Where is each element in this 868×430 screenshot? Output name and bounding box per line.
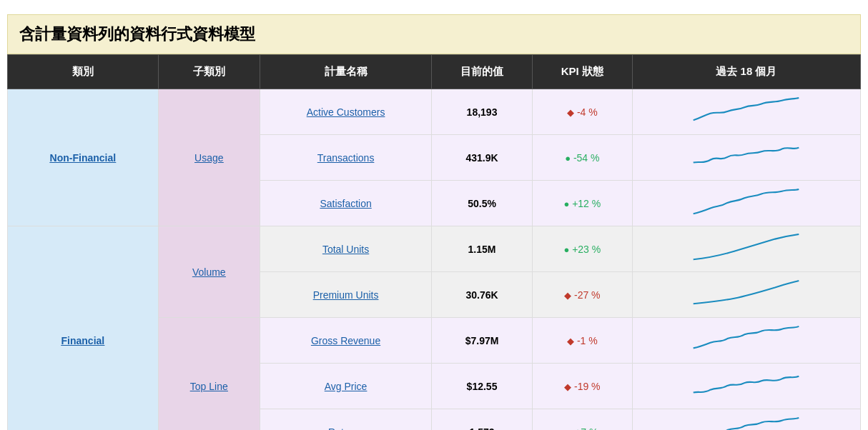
col-header-current-value: 目前的值 — [432, 55, 532, 89]
measure-cell: Avg Price — [260, 364, 431, 409]
current-value-cell: 1.15M — [432, 226, 532, 272]
sparkline-cell — [632, 135, 860, 181]
col-header-measure: 計量名稱 — [260, 55, 431, 89]
sparkline-cell — [632, 409, 860, 431]
current-value-cell: 30.76K — [432, 272, 532, 318]
col-header-category: 類別 — [8, 55, 159, 89]
subcategory-link[interactable]: Usage — [194, 152, 223, 164]
data-table: 類別 子類別 計量名稱 目前的值 KPI 狀態 過去 18 個月 Non-Fin… — [7, 54, 861, 430]
subcategory-link[interactable]: Top Line — [190, 381, 228, 392]
current-value-cell: $12.55 — [432, 364, 532, 409]
measure-link[interactable]: Satisfaction — [320, 198, 371, 209]
subcategory-cell-top-line[interactable]: Top Line — [158, 318, 260, 431]
measure-link[interactable]: Avg Price — [325, 381, 368, 392]
category-link[interactable]: Non-Financial — [50, 152, 117, 164]
col-header-subcategory: 子類別 — [158, 55, 260, 89]
measure-link[interactable]: Active Customers — [307, 106, 385, 118]
category-cell-financial[interactable]: Financial — [8, 226, 159, 431]
kpi-cell: ● -54 % — [532, 135, 632, 181]
measure-cell: Satisfaction — [260, 181, 431, 226]
sparkline-cell — [632, 89, 860, 135]
category-link[interactable]: Financial — [61, 335, 105, 346]
current-value-cell: 18,193 — [432, 89, 532, 135]
measure-link[interactable]: Gross Revenue — [311, 335, 380, 346]
kpi-cell: ● +12 % — [532, 181, 632, 226]
current-value-cell: $7.97M — [432, 318, 532, 364]
measure-cell: Returns — [260, 409, 431, 431]
table-row: Non-Financial Usage Active Customers 18,… — [8, 89, 861, 135]
measure-cell: Gross Revenue — [260, 318, 431, 364]
measure-link[interactable]: Premium Units — [313, 289, 379, 301]
current-value-cell: 1,572 — [432, 409, 532, 431]
kpi-cell: ◆ -4 % — [532, 89, 632, 135]
current-value-cell: 50.5% — [432, 181, 532, 226]
measure-link[interactable]: Returns — [328, 426, 363, 431]
col-header-past-18: 過去 18 個月 — [632, 55, 860, 89]
measure-cell: Total Units — [260, 226, 431, 272]
col-header-kpi: KPI 狀態 — [532, 55, 632, 89]
kpi-cell: ● +23 % — [532, 226, 632, 272]
kpi-cell: ◆ -1 % — [532, 318, 632, 364]
kpi-cell: ◆ -19 % — [532, 364, 632, 409]
sparkline-cell — [632, 226, 860, 272]
measure-cell: Active Customers — [260, 89, 431, 135]
sparkline-cell — [632, 181, 860, 226]
subcategory-cell-usage[interactable]: Usage — [158, 89, 260, 226]
measure-link[interactable]: Total Units — [322, 244, 369, 255]
page-wrapper: 含計量資料列的資料行式資料模型 類別 子類別 計量名稱 目前的值 KPI 狀態 … — [0, 0, 868, 430]
subcategory-cell-volume[interactable]: Volume — [158, 226, 260, 318]
measure-link[interactable]: Transactions — [317, 152, 375, 164]
category-cell-non-financial[interactable]: Non-Financial — [8, 89, 159, 226]
kpi-cell: ◆ -27 % — [532, 272, 632, 318]
measure-cell: Premium Units — [260, 272, 431, 318]
sparkline-cell — [632, 318, 860, 364]
sparkline-cell — [632, 272, 860, 318]
current-value-cell: 431.9K — [432, 135, 532, 181]
page-title: 含計量資料列的資料行式資料模型 — [7, 14, 861, 54]
measure-cell: Transactions — [260, 135, 431, 181]
sparkline-cell — [632, 364, 860, 409]
kpi-cell: ● +7 % — [532, 409, 632, 431]
subcategory-link[interactable]: Volume — [192, 266, 226, 278]
table-row: Financial Volume Total Units 1.15M● +23 … — [8, 226, 861, 272]
